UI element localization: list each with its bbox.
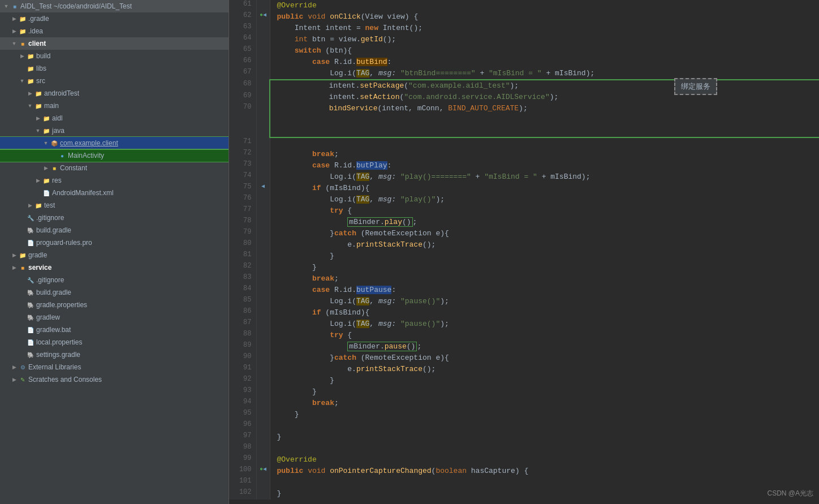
sidebar-item-main[interactable]: ▼ 📁 main	[0, 100, 229, 112]
sidebar-item-gradle-properties[interactable]: 🐘 gradle.properties	[0, 299, 229, 311]
file-tree[interactable]: ▼ ■ AIDL_Test ~/code/android/AIDL_Test ▶…	[0, 0, 229, 504]
annotation-balloon-overlay: 绑定服务	[674, 78, 717, 95]
item-label: gradlew.bat	[35, 326, 71, 334]
table-row: 93 }	[229, 386, 819, 398]
sidebar-item-gradle-root[interactable]: ▶ 📁 gradle	[0, 249, 229, 261]
item-label: Constant	[59, 164, 87, 172]
sidebar-item-constant[interactable]: ▶ ■ Constant	[0, 162, 229, 174]
item-label: .gitignore	[35, 214, 64, 222]
code-content: try {	[270, 330, 819, 341]
code-content: case R.id.butPlay:	[270, 160, 819, 171]
code-content: case R.id.butPause:	[270, 285, 819, 296]
sidebar-item-buildgradle-root[interactable]: 🐘 build.gradle	[0, 286, 229, 299]
sidebar-item-service[interactable]: ▶ ■ service	[0, 261, 229, 274]
run-arrow: ◀	[263, 12, 266, 18]
table-row: 70 bindService(intent, mConn, BIND_AUTO_…	[229, 103, 819, 137]
sidebar-item-idea[interactable]: ▶ 📁 .idea	[0, 25, 229, 37]
line-number: 87	[229, 318, 256, 330]
line-number: 95	[229, 409, 256, 420]
root-label: AIDL_Test ~/code/android/AIDL_Test	[19, 2, 132, 10]
sidebar-item-aidl[interactable]: ▶ 📁 aidl	[0, 112, 229, 124]
table-row: 64 int btn = view.getId();	[229, 34, 819, 45]
sidebar-item-src[interactable]: ▼ 📁 src	[0, 75, 229, 87]
code-editor[interactable]: 61 @Override 62 ●◀ public void onClick(V…	[229, 0, 819, 504]
code-content: }	[270, 409, 819, 420]
table-row: 96	[229, 420, 819, 432]
item-label: androidTest	[43, 89, 79, 97]
sidebar-item-java[interactable]: ▼ 📁 java	[0, 124, 229, 137]
sidebar-item-test[interactable]: ▶ 📁 test	[0, 199, 229, 212]
xml-icon: 📄	[42, 188, 51, 197]
sidebar-item-gitignore-root[interactable]: 🔧 .gitignore	[0, 274, 229, 286]
expand-arrow: ▶	[10, 264, 18, 272]
table-row: 100 ●◀ public void onPointerCaptureChang…	[229, 466, 819, 477]
gutter-cell	[256, 341, 270, 352]
gutter-cell	[256, 103, 270, 137]
table-row: 75 ◀ if (mIsBind){	[229, 183, 819, 194]
sidebar-item-buildgradle-client[interactable]: 🐘 build.gradle	[0, 224, 229, 236]
sidebar-item-package[interactable]: ▼ 📦 com.example.client	[0, 137, 229, 149]
gutter-cell	[256, 454, 270, 466]
sidebar-item-gradlew-bat[interactable]: 📄 gradlew.bat	[0, 324, 229, 336]
sidebar-item-libs[interactable]: 📁 libs	[0, 62, 229, 75]
code-content	[270, 420, 819, 432]
scratches-icon: ✎	[18, 375, 27, 384]
gutter-cell	[256, 239, 270, 251]
code-content: break;	[270, 149, 819, 160]
module-icon: ■	[18, 263, 27, 272]
sidebar-item-client[interactable]: ▼ ■ client	[0, 37, 229, 50]
external-lib-icon: ⚙	[18, 363, 27, 372]
line-number: 93	[229, 386, 256, 398]
gutter-cell	[256, 23, 270, 34]
gutter-cell: ◀	[256, 183, 270, 194]
gradle-icon: 🐘	[26, 350, 35, 359]
item-label: MainActivity	[67, 152, 104, 160]
folder-icon: 📁	[42, 176, 51, 185]
folder-icon: 📁	[42, 114, 51, 123]
table-row: 76 Log.i(TAG, msg: "play()");	[229, 194, 819, 205]
gutter-cell	[256, 432, 270, 443]
gutter-cell	[256, 45, 270, 57]
sidebar-item-manifest[interactable]: 📄 AndroidManifest.xml	[0, 187, 229, 199]
sidebar-item-res[interactable]: ▶ 📁 res	[0, 174, 229, 187]
sidebar-item-local-properties[interactable]: 📄 local.properties	[0, 336, 229, 348]
code-content: }catch (RemoteException e){	[270, 352, 819, 364]
gutter-cell	[256, 296, 270, 307]
folder-icon: 📁	[34, 89, 43, 98]
tree-root[interactable]: ▼ ■ AIDL_Test ~/code/android/AIDL_Test	[0, 0, 229, 12]
sidebar-item-settings-gradle[interactable]: 🐘 settings.gradle	[0, 348, 229, 361]
sidebar-item-external-libs[interactable]: ▶ ⚙ External Libraries	[0, 361, 229, 373]
sidebar-item-mainactivity[interactable]: ● MainActivity	[0, 149, 229, 162]
line-number: 81	[229, 251, 256, 262]
item-label: build.gradle	[35, 226, 71, 234]
table-row: 74 Log.i(TAG, msg: "play()========" + "m…	[229, 171, 819, 183]
code-table: 61 @Override 62 ●◀ public void onClick(V…	[229, 0, 819, 499]
sidebar-item-scratches[interactable]: ▶ ✎ Scratches and Consoles	[0, 373, 229, 386]
line-number: 86	[229, 307, 256, 318]
code-content: Log.i(TAG, msg: "pause()");	[270, 296, 819, 307]
table-row: 85 Log.i(TAG, msg: "pause()");	[229, 296, 819, 307]
gutter-cell	[256, 477, 270, 488]
run-arrow: ◀	[263, 466, 266, 472]
table-row: 80 e.printStackTrace();	[229, 239, 819, 251]
sidebar-item-androidtest[interactable]: ▶ 📁 androidTest	[0, 87, 229, 100]
line-number: 80	[229, 239, 256, 251]
table-row: 89 mBinder.pause();	[229, 341, 819, 352]
line-number: 83	[229, 273, 256, 285]
sidebar-item-gitignore-client[interactable]: 🔧 .gitignore	[0, 212, 229, 224]
class-icon: ●	[58, 151, 67, 160]
code-content: mBinder.play();	[270, 217, 819, 228]
item-label: libs	[35, 64, 46, 72]
table-row: 94 break;	[229, 398, 819, 409]
file-icon: 🔧	[26, 213, 35, 222]
gutter-cell	[256, 57, 270, 68]
sidebar-item-gradlew[interactable]: 🐘 gradlew	[0, 311, 229, 324]
bat-icon: 📄	[26, 325, 35, 334]
table-row: 65 switch (btn){	[229, 45, 819, 57]
gutter-cell	[256, 0, 270, 11]
line-number: 92	[229, 375, 256, 386]
sidebar-item-gradle[interactable]: ▶ 📁 .gradle	[0, 12, 229, 25]
sidebar-item-proguard[interactable]: 📄 proguard-rules.pro	[0, 236, 229, 249]
table-row: 91 e.printStackTrace();	[229, 364, 819, 375]
sidebar-item-build[interactable]: ▶ 📁 build	[0, 50, 229, 62]
